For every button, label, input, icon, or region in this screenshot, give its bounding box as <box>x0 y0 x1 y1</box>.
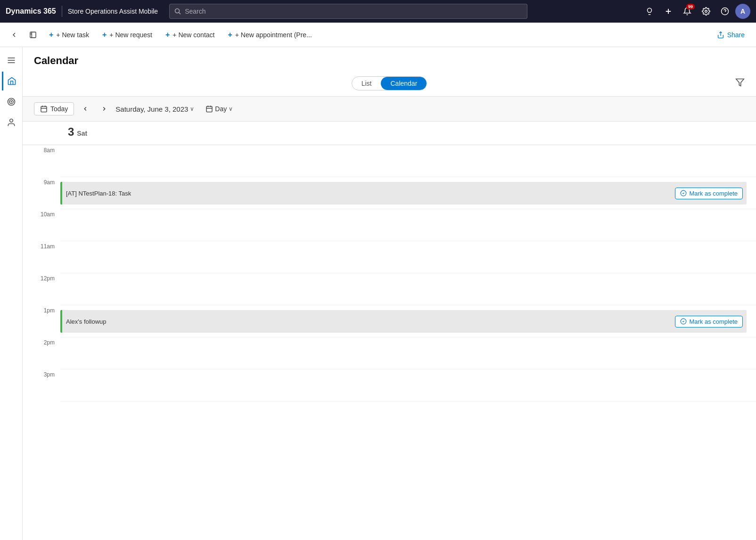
check-circle-icon <box>680 190 687 196</box>
filter-button[interactable] <box>735 78 745 90</box>
time-label-3pm: 3pm <box>23 369 60 401</box>
user-avatar[interactable]: A <box>735 4 750 19</box>
share-button[interactable]: Share <box>711 28 750 41</box>
app-name: Store Operations Assist Mobile <box>68 8 158 15</box>
search-input[interactable] <box>185 8 522 15</box>
plus-icon <box>664 7 673 16</box>
check-circle-icon <box>680 318 687 325</box>
brand-divider <box>62 6 62 17</box>
day-name: Sat <box>77 130 87 137</box>
today-label: Today <box>50 105 68 113</box>
help-icon <box>721 7 729 16</box>
sidebar-item-goals[interactable] <box>2 92 21 111</box>
home-icon <box>7 76 16 86</box>
add-button[interactable] <box>660 3 677 20</box>
help-button[interactable] <box>716 3 733 20</box>
date-selector[interactable]: Saturday, June 3, 2023 ∨ <box>115 105 194 113</box>
today-button[interactable]: Today <box>34 102 74 115</box>
event-block-event-2[interactable]: Alex's followupMark as complete <box>60 310 747 333</box>
calendar-view-button[interactable]: Calendar <box>381 77 427 90</box>
back-button[interactable] <box>6 26 23 43</box>
new-appointment-label: + New appointment (Pre... <box>235 31 312 39</box>
gear-icon <box>702 7 710 16</box>
day-chevron-icon: ∨ <box>229 106 233 112</box>
prev-date-button[interactable] <box>78 101 93 116</box>
notification-badge: 99 <box>686 4 695 9</box>
settings-button[interactable] <box>698 3 715 20</box>
new-contact-button[interactable]: + + New contact <box>160 28 220 42</box>
page-header: Calendar <box>23 47 756 71</box>
calendar-icon <box>205 105 213 113</box>
time-label-8am: 8am <box>23 145 60 177</box>
new-request-label: + New request <box>109 31 152 39</box>
new-contact-label: + New contact <box>173 31 214 39</box>
time-slot-row-11am <box>60 241 756 273</box>
sidebar <box>0 47 23 540</box>
time-slot-row-8am <box>60 145 756 177</box>
sidebar-item-home[interactable] <box>2 72 21 90</box>
search-bar[interactable] <box>169 4 527 19</box>
svg-point-0 <box>175 9 180 13</box>
day-view-selector[interactable]: Day ∨ <box>205 105 233 113</box>
chevron-left-icon <box>82 106 89 112</box>
calendar-controls: Today Saturday, June 3, 2023 ∨ Da <box>23 96 756 122</box>
time-label-10am: 10am <box>23 209 60 241</box>
view-toggle-row: List Calendar <box>23 71 756 96</box>
mark-complete-label-event-1: Mark as complete <box>689 190 738 197</box>
calendar-grid: 8am9am10am11am12pm1pm2pm3pm 3 Sat [AT] N… <box>23 122 756 540</box>
toolbar: + + New task + + New request + + New con… <box>0 23 756 47</box>
new-contact-plus-icon: + <box>165 31 170 39</box>
menu-icon <box>7 56 16 65</box>
sidebar-item-contacts[interactable] <box>2 113 21 132</box>
current-date-label: Saturday, June 3, 2023 <box>115 105 188 113</box>
time-label-11am: 11am <box>23 241 60 273</box>
svg-rect-17 <box>41 106 47 112</box>
mark-complete-label-event-2: Mark as complete <box>689 318 738 325</box>
notifications-button[interactable]: 99 <box>679 3 696 20</box>
events-area: [AT] NTestPlan-18: TaskMark as completeA… <box>60 145 756 540</box>
time-slot-row-3pm <box>60 369 756 401</box>
svg-rect-7 <box>30 32 36 38</box>
brand-name: Dynamics 365 <box>6 7 56 16</box>
next-date-button[interactable] <box>97 101 112 116</box>
filter-icon <box>735 78 745 87</box>
popout-icon <box>29 31 37 39</box>
time-label-2pm: 2pm <box>23 337 60 369</box>
new-request-button[interactable]: + + New request <box>97 28 158 42</box>
new-appointment-button[interactable]: + + New appointment (Pre... <box>222 28 317 42</box>
popout-button[interactable] <box>25 26 41 43</box>
top-nav-icons: 99 A <box>641 3 750 20</box>
new-task-button[interactable]: + + New task <box>43 28 95 42</box>
svg-point-15 <box>9 119 13 123</box>
goals-icon <box>7 97 16 106</box>
svg-line-1 <box>179 13 181 15</box>
events-column: 3 Sat [AT] NTestPlan-18: TaskMark as com… <box>60 122 756 540</box>
mark-complete-button-event-2[interactable]: Mark as complete <box>675 316 743 327</box>
new-task-label: + New task <box>56 31 89 39</box>
svg-marker-16 <box>736 79 744 86</box>
time-label-1pm: 1pm <box>23 305 60 337</box>
event-title-event-2: Alex's followup <box>66 318 107 325</box>
mark-complete-button-event-1[interactable]: Mark as complete <box>675 188 743 199</box>
top-navigation: Dynamics 365 Store Operations Assist Mob… <box>0 0 756 23</box>
time-slot-row-10am <box>60 209 756 241</box>
lightbulb-button[interactable] <box>641 3 658 20</box>
svg-point-14 <box>11 101 12 102</box>
new-task-plus-icon: + <box>49 31 53 39</box>
time-label-9am: 9am <box>23 177 60 209</box>
day-header: 3 Sat <box>60 122 756 145</box>
person-icon <box>7 118 16 127</box>
time-slot-row-2pm <box>60 337 756 369</box>
svg-point-4 <box>705 10 707 13</box>
day-number: 3 <box>68 125 74 139</box>
event-title-event-1: [AT] NTestPlan-18: Task <box>66 190 131 197</box>
brand-area: Dynamics 365 Store Operations Assist Mob… <box>6 6 158 17</box>
sidebar-item-menu[interactable] <box>2 51 21 70</box>
share-icon <box>717 31 724 39</box>
search-icon <box>174 8 181 15</box>
event-block-event-1[interactable]: [AT] NTestPlan-18: TaskMark as complete <box>60 182 747 205</box>
list-view-button[interactable]: List <box>352 77 381 90</box>
app-container: Calendar List Calendar Today <box>0 47 756 540</box>
day-view-label: Day <box>215 105 227 113</box>
time-label-12pm: 12pm <box>23 273 60 305</box>
